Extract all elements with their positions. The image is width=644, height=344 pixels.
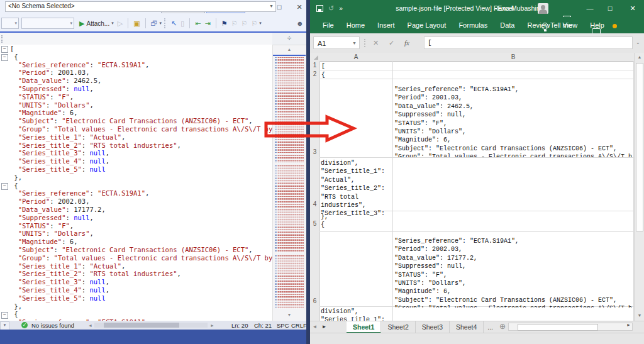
- fold-marker[interactable]: −: [1, 54, 8, 61]
- split-window-handle[interactable]: ÷: [272, 33, 306, 45]
- hscroll-right-icon[interactable]: ►: [626, 323, 631, 327]
- sheet-overflow-label[interactable]: ...: [484, 321, 497, 333]
- sheet-tab[interactable]: Sheet2: [381, 321, 415, 333]
- toolbar-combo-config[interactable]: ▾: [21, 18, 74, 29]
- cell-a1[interactable]: [: [321, 62, 391, 70]
- excel-maximize-button[interactable]: □: [603, 0, 617, 17]
- indent-decrease-icon[interactable]: ⇤: [195, 19, 201, 28]
- code-line[interactable]: "Data_value": 17177.2,: [0, 206, 272, 214]
- attach-dropdown-icon[interactable]: ▾: [111, 21, 114, 26]
- worksheet-grid[interactable]: A B 1 2 3 4 5 6 [ { "Series_reference": …: [310, 53, 634, 321]
- code-line[interactable]: {: [0, 182, 272, 190]
- ribbon-tab[interactable]: Page Layout: [401, 17, 453, 33]
- sheet-nav-left-icon[interactable]: ◄: [310, 321, 319, 333]
- next-bookmark-icon[interactable]: ⚐: [242, 19, 248, 28]
- ribbon-tab[interactable]: File: [316, 17, 340, 33]
- tell-me-label[interactable]: Tell me: [550, 17, 572, 33]
- window-dropdown-icon[interactable]: ▾: [160, 21, 162, 26]
- row-number[interactable]: 6: [310, 297, 319, 304]
- code-line[interactable]: "STATUS": "F",: [0, 93, 272, 101]
- sheet-tab[interactable]: Sheet3: [416, 321, 450, 333]
- sheet-hscroll-thumb[interactable]: [518, 324, 598, 331]
- error-filter-dropdown[interactable]: ▼: [0, 321, 9, 330]
- vertical-scrollbar-thumb[interactable]: [636, 63, 643, 231]
- code-line[interactable]: "Series_title_5": null: [0, 294, 272, 302]
- name-box-dropdown-icon[interactable]: ▼: [352, 37, 357, 50]
- code-line[interactable]: "Period": 2001.03,: [0, 69, 272, 77]
- sheet-nav-right-icon[interactable]: ►: [319, 321, 329, 333]
- code-line[interactable]: "Series_title_2": "RTS total industries"…: [0, 141, 272, 150]
- send-feedback-icon[interactable]: ☻: [296, 19, 304, 27]
- scroll-up-icon[interactable]: ▲: [635, 55, 644, 59]
- code-line[interactable]: "Data_value": 2462.5,: [0, 77, 272, 85]
- attach-button[interactable]: Attach...: [86, 20, 109, 27]
- sheet-tab[interactable]: Sheet1: [347, 321, 381, 333]
- code-line[interactable]: {: [0, 53, 272, 61]
- fold-marker[interactable]: −: [1, 46, 8, 53]
- code-line[interactable]: "Suppressed": null,: [0, 85, 272, 93]
- excel-close-button[interactable]: ✕: [626, 0, 640, 17]
- code-line[interactable]: "Magnitude": 6,: [0, 238, 272, 246]
- code-line[interactable]: "Group": "Total values - Electronic card…: [0, 254, 272, 262]
- cell-a2[interactable]: {: [321, 71, 391, 79]
- undo-icon[interactable]: ↺: [328, 4, 334, 13]
- select-all-corner[interactable]: [310, 53, 320, 62]
- user-avatar[interactable]: [538, 3, 548, 14]
- code-line[interactable]: {: [0, 310, 272, 318]
- code-line[interactable]: "Subject": "Electronic Card Transactions…: [0, 117, 272, 125]
- excel-minimize-button[interactable]: —: [583, 0, 597, 17]
- ribbon-tab[interactable]: Home: [340, 17, 371, 33]
- scroll-right-icon[interactable]: ►: [210, 323, 214, 328]
- column-header-b[interactable]: B: [392, 53, 634, 62]
- clear-bookmarks-icon[interactable]: ⚐: [251, 19, 257, 28]
- code-line[interactable]: [: [0, 45, 272, 53]
- insert-function-icon[interactable]: fx: [404, 36, 409, 49]
- code-line[interactable]: "Series_title_3": null,: [0, 149, 272, 157]
- code-line[interactable]: "Series_title_5": null: [0, 165, 272, 174]
- row-number[interactable]: 2: [310, 70, 319, 77]
- sheet-tab[interactable]: Sheet4: [450, 321, 484, 333]
- scroll-down-icon[interactable]: ▼: [635, 313, 644, 318]
- ribbon-tab[interactable]: Insert: [371, 17, 401, 33]
- window-layout-icon[interactable]: 🗗: [151, 19, 158, 27]
- fold-marker[interactable]: −: [1, 312, 8, 319]
- ribbon-tab[interactable]: Formulas: [452, 17, 494, 33]
- code-line[interactable]: "Series_reference": "ECTA.S19A1",: [0, 189, 272, 197]
- schema-selector-dropdown[interactable]: <No Schema Selected> ▼: [5, 1, 276, 12]
- formula-bar-expand-icon[interactable]: ⌄: [636, 40, 640, 45]
- fold-marker[interactable]: −: [1, 183, 8, 190]
- preview-changes-icon[interactable]: ▣: [133, 19, 140, 28]
- code-line[interactable]: "Series_title_1": "Actual",: [0, 133, 272, 141]
- vertical-scrollbar[interactable]: ▲ ▼: [634, 53, 644, 321]
- row-number[interactable]: 3: [310, 148, 319, 155]
- json-code-editor[interactable]: [ { "Series_reference": "ECTA.S19A1", "P…: [0, 45, 272, 321]
- code-line[interactable]: "Series_title_3": null,: [0, 278, 272, 286]
- code-line[interactable]: "Series_title_1": "Actual",: [0, 262, 272, 270]
- bookmark-dropdown-icon[interactable]: ▾: [259, 21, 262, 26]
- go-to-cursor-icon[interactable]: ↖: [171, 19, 177, 28]
- code-line[interactable]: "Group": "Total values - Electronic card…: [0, 125, 272, 133]
- scroll-down-icon[interactable]: ▼: [272, 313, 306, 317]
- column-header-a[interactable]: A: [319, 53, 393, 62]
- code-line[interactable]: "Series_title_4": null,: [0, 157, 272, 165]
- ribbon-tab[interactable]: Data: [494, 17, 521, 33]
- indent-increase-icon[interactable]: ⇥: [205, 19, 211, 28]
- toolbar-combo-small[interactable]: ▾: [1, 18, 19, 29]
- row-number[interactable]: 1: [310, 62, 319, 69]
- formula-bar-input[interactable]: [: [424, 36, 633, 49]
- code-line[interactable]: "STATUS": "F",: [0, 222, 272, 230]
- scroll-up-icon[interactable]: ▲: [272, 47, 306, 52]
- code-line[interactable]: },: [0, 174, 272, 182]
- enter-check-icon[interactable]: ✓: [389, 36, 394, 49]
- row-number[interactable]: 5: [310, 220, 319, 227]
- name-box[interactable]: A1 ▼: [313, 36, 360, 49]
- cell-b6[interactable]: "Series_reference": "ECTA.S19A1","Period…: [394, 237, 633, 308]
- code-line[interactable]: "Subject": "Electronic Card Transactions…: [0, 246, 272, 254]
- cell-b3[interactable]: "Series_reference": "ECTA.S19A1","Period…: [394, 86, 633, 157]
- code-line[interactable]: "Period": 2002.03,: [0, 197, 272, 206]
- customize-qat-icon[interactable]: »: [339, 5, 343, 12]
- code-line[interactable]: "Series_title_2": "RTS total industries"…: [0, 270, 272, 278]
- code-line[interactable]: },: [0, 302, 272, 311]
- horizontal-scrollbar-thumb[interactable]: [104, 323, 179, 328]
- code-line[interactable]: "Suppressed": null,: [0, 214, 272, 222]
